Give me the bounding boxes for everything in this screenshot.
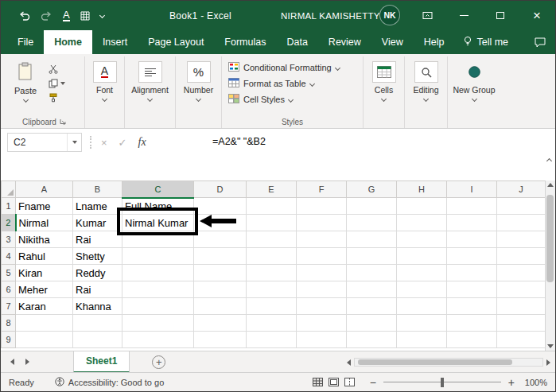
cell-I1[interactable] [447, 198, 497, 215]
close-button[interactable]: × [519, 1, 555, 30]
cell-I9[interactable] [447, 332, 497, 348]
column-header-D[interactable]: D [194, 181, 247, 198]
cell-C1[interactable]: Full Name [122, 198, 194, 215]
column-header-H[interactable]: H [397, 181, 447, 198]
cell-J1[interactable] [497, 198, 546, 215]
row-header-3[interactable]: 3 [2, 231, 16, 248]
cell-G1[interactable] [347, 198, 397, 215]
tab-formulas[interactable]: Formulas [214, 30, 276, 54]
cell-H9[interactable] [397, 332, 447, 348]
scroll-left-icon[interactable] [347, 359, 351, 366]
column-header-F[interactable]: F [297, 181, 347, 198]
accessibility-status[interactable]: Accessibility: Good to go [55, 377, 164, 388]
maximize-button[interactable] [482, 1, 519, 30]
cell-F5[interactable] [297, 265, 347, 281]
cell-D8[interactable] [194, 315, 247, 332]
zoom-slider[interactable] [383, 377, 501, 388]
cell-E9[interactable] [247, 332, 297, 348]
tab-insert[interactable]: Insert [92, 30, 138, 54]
tab-view[interactable]: View [371, 30, 414, 54]
redo-icon[interactable] [41, 11, 52, 21]
column-header-C[interactable]: C [122, 181, 194, 198]
cell-H7[interactable] [397, 298, 447, 315]
scroll-right-icon[interactable] [546, 359, 550, 366]
row-header-5[interactable]: 5 [2, 265, 16, 281]
cell-I6[interactable] [447, 281, 497, 298]
cell-A6[interactable]: Meher [16, 281, 73, 298]
tab-home[interactable]: Home [44, 30, 92, 54]
cell-A4[interactable]: Rahul [16, 248, 73, 265]
cell-G4[interactable] [347, 248, 397, 265]
underline-icon[interactable]: A [63, 10, 70, 21]
cell-B6[interactable]: Rai [73, 281, 122, 298]
cell-F7[interactable] [297, 298, 347, 315]
tab-data[interactable]: Data [276, 30, 317, 54]
cancel-entry-icon[interactable]: × [101, 137, 107, 149]
cells-group-button[interactable]: Cells [364, 56, 405, 128]
cell-A2[interactable]: Nirmal [16, 215, 73, 231]
cell-B1[interactable]: Lname [73, 198, 122, 215]
cell-E8[interactable] [247, 315, 297, 332]
normal-view-icon[interactable] [313, 378, 323, 386]
cell-D7[interactable] [194, 298, 247, 315]
cell-J3[interactable] [497, 231, 546, 248]
cell-C2[interactable]: Nirmal Kumar [122, 215, 194, 231]
cell-D1[interactable] [194, 198, 247, 215]
cell-E4[interactable] [247, 248, 297, 265]
comments-icon[interactable] [535, 30, 546, 54]
zoom-out-button[interactable]: − [370, 376, 376, 389]
cell-F6[interactable] [297, 281, 347, 298]
cell-H1[interactable] [397, 198, 447, 215]
cell-B5[interactable]: Reddy [73, 265, 122, 281]
alignment-group-button[interactable]: Alignment [125, 56, 176, 128]
format-as-table-button[interactable]: Format as Table [225, 76, 360, 91]
cell-J2[interactable] [497, 215, 546, 231]
cell-A7[interactable]: Karan [16, 298, 73, 315]
clipboard-dialog-launcher-icon[interactable] [60, 118, 66, 126]
cut-button[interactable] [49, 64, 65, 74]
cell-J5[interactable] [497, 265, 546, 281]
cell-D2[interactable] [194, 215, 247, 231]
cell-C3[interactable] [122, 231, 194, 248]
cell-H5[interactable] [397, 265, 447, 281]
ribbon-display-options-icon[interactable] [415, 1, 439, 30]
page-break-preview-icon[interactable] [344, 378, 355, 386]
next-sheet-icon[interactable] [25, 359, 29, 365]
cell-J7[interactable] [497, 298, 546, 315]
cell-F2[interactable] [297, 215, 347, 231]
cell-A1[interactable]: Fname [16, 198, 73, 215]
cell-J6[interactable] [497, 281, 546, 298]
cell-B2[interactable]: Kumar [73, 215, 122, 231]
cell-F9[interactable] [297, 332, 347, 348]
cell-C8[interactable] [122, 315, 194, 332]
cell-I4[interactable] [447, 248, 497, 265]
cell-D5[interactable] [194, 265, 247, 281]
avatar[interactable]: NK [379, 5, 400, 25]
row-header-1[interactable]: 1 [2, 198, 16, 215]
paste-button[interactable]: Paste [7, 58, 44, 115]
cell-F3[interactable] [297, 231, 347, 248]
column-header-I[interactable]: I [447, 181, 497, 198]
cell-G7[interactable] [347, 298, 397, 315]
tell-me[interactable]: Tell me [454, 30, 518, 54]
cell-I2[interactable] [447, 215, 497, 231]
page-layout-view-icon[interactable] [329, 378, 339, 386]
tab-file[interactable]: File [7, 30, 44, 54]
select-all-corner[interactable] [2, 181, 16, 198]
column-header-E[interactable]: E [247, 181, 297, 198]
cell-J8[interactable] [497, 315, 546, 332]
sheet-tab-sheet1[interactable]: Sheet1 [73, 351, 130, 373]
cell-D4[interactable] [194, 248, 247, 265]
row-header-7[interactable]: 7 [2, 298, 16, 315]
insert-function-icon[interactable]: fx [138, 136, 146, 149]
cell-G5[interactable] [347, 265, 397, 281]
row-header-6[interactable]: 6 [2, 281, 16, 298]
cell-G8[interactable] [347, 315, 397, 332]
scroll-down-icon[interactable] [547, 344, 554, 348]
name-box-chevron-icon[interactable] [67, 134, 81, 151]
cell-H6[interactable] [397, 281, 447, 298]
row-header-2[interactable]: 2 [2, 215, 16, 231]
cell-B4[interactable]: Shetty [73, 248, 122, 265]
name-box[interactable]: C2 [7, 133, 82, 152]
cell-G2[interactable] [347, 215, 397, 231]
